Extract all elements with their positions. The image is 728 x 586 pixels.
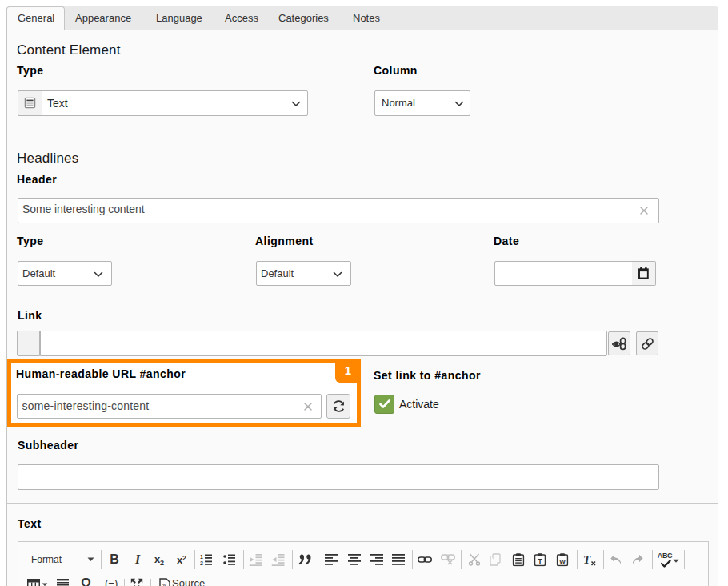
svg-text:T: T (583, 553, 591, 566)
svg-text:»: » (162, 582, 166, 586)
svg-text:1: 1 (200, 554, 203, 560)
svg-text:T: T (538, 557, 542, 565)
svg-text:2: 2 (200, 560, 203, 566)
svg-text:W: W (559, 558, 566, 565)
